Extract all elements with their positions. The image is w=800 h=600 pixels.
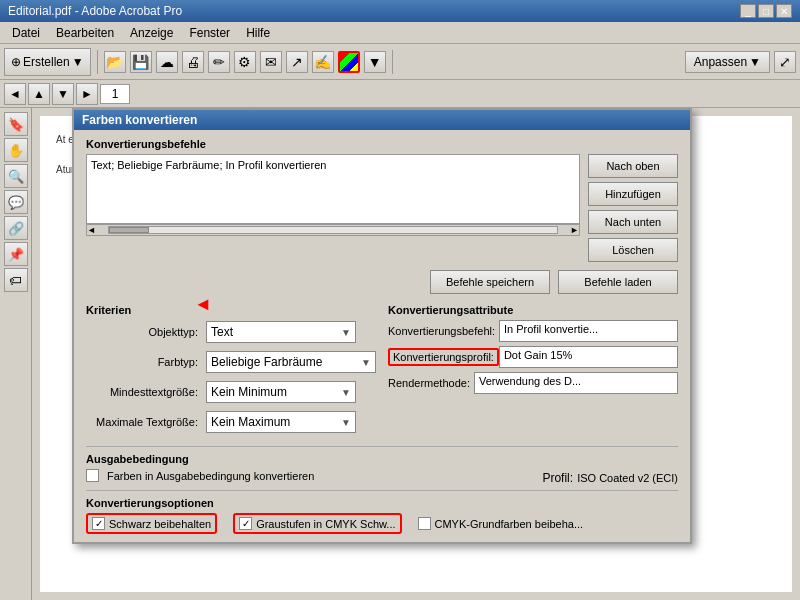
command-hscroll[interactable]: ◄ ► — [86, 224, 580, 236]
ausgabe-checkbox-row: Farben in Ausgabebedingung konvertieren — [86, 469, 314, 482]
nach-oben-button[interactable]: Nach oben — [588, 154, 678, 178]
save-load-row: Befehle speichern Befehle laden — [86, 270, 678, 294]
dialog-overlay: Farben konvertieren Konvertierungsbefehl… — [72, 108, 800, 600]
maximize-button[interactable]: □ — [758, 4, 774, 18]
anpassen-button[interactable]: Anpassen ▼ — [685, 51, 770, 73]
sidebar-hand-icon[interactable]: ✋ — [4, 138, 28, 162]
farbtyp-select[interactable]: Beliebige Farbräume ▼ — [206, 351, 376, 373]
sidebar-tag-icon[interactable]: 🏷 — [4, 268, 28, 292]
maximal-select[interactable]: Kein Maximum ▼ — [206, 411, 356, 433]
erstellen-arrow-icon: ▼ — [72, 55, 84, 69]
farbtyp-label: Farbtyp: — [86, 356, 206, 368]
toolbar: ⊕ Erstellen ▼ 📂 💾 ☁ 🖨 ✏ ⚙ ✉ ↗ ✍ ▼ Anpass… — [0, 44, 800, 80]
konvertierungsbefehle-label: Konvertierungsbefehle — [86, 138, 678, 150]
folder-open-icon[interactable]: 📂 — [104, 51, 126, 73]
konvertierungsprofil-row: Konvertierungsprofil: Dot Gain 15% — [388, 346, 678, 368]
settings-icon[interactable]: ⚙ — [234, 51, 256, 73]
sidebar-search-icon[interactable]: 🔍 — [4, 164, 28, 188]
scroll-left-btn[interactable]: ◄ — [87, 225, 96, 235]
menu-fenster[interactable]: Fenster — [181, 24, 238, 42]
kriterien-label: Kriterien — [86, 304, 376, 316]
konvertierungsbefehl-value: In Profil konvertie... — [499, 320, 678, 342]
command-list[interactable]: Text; Beliebige Farbräume; In Profil kon… — [86, 154, 580, 224]
share-icon[interactable]: ✉ — [260, 51, 282, 73]
schwarz-label: Schwarz beibehalten — [109, 518, 211, 530]
erstellen-button[interactable]: ⊕ Erstellen ▼ — [4, 48, 91, 76]
konvertierungsbefehl-label: Konvertierungsbefehl: — [388, 325, 499, 337]
print-icon[interactable]: 🖨 — [182, 51, 204, 73]
konvertierungsprofil-value: Dot Gain 15% — [499, 346, 678, 368]
command-list-text: Text; Beliebige Farbräume; In Profil kon… — [91, 159, 575, 171]
konvertierungsoptionen-section: Konvertierungsoptionen ✓ Schwarz beibeha… — [86, 490, 678, 534]
graustufen-option: ✓ Graustufen in CMYK Schw... — [233, 513, 401, 534]
attribute-label: Konvertierungsattribute — [388, 304, 678, 316]
ausgabebedingung-label: Ausgabebedingung — [86, 453, 678, 465]
ausgabebedingung-section: Ausgabebedingung Farben in Ausgabebeding… — [86, 446, 678, 486]
maximal-label: Maximale Textgröße: — [86, 416, 206, 428]
tools-icon[interactable]: ✏ — [208, 51, 230, 73]
farben-konvertieren-dialog: Farben konvertieren Konvertierungsbefehl… — [72, 108, 692, 544]
anpassen-arrow-icon: ▼ — [749, 55, 761, 69]
main-area: 🔖 ✋ 🔍 💬 🔗 📌 🏷 At et lacc ped utatqu sequ… — [0, 108, 800, 600]
titlebar: Editorial.pdf - Adobe Acrobat Pro _ □ ✕ — [0, 0, 800, 22]
mindest-label: Mindesttextgröße: — [86, 386, 206, 398]
dialog-title: Farben konvertieren — [82, 113, 197, 127]
sign-icon[interactable]: ✍ — [312, 51, 334, 73]
objekttyp-arrow-icon: ▼ — [341, 327, 351, 338]
nav-prev-button[interactable]: ▲ — [28, 83, 50, 105]
nav-back-button[interactable]: ◄ — [4, 83, 26, 105]
loeschen-button[interactable]: Löschen — [588, 238, 678, 262]
export-icon[interactable]: ↗ — [286, 51, 308, 73]
mindest-select[interactable]: Kein Minimum ▼ — [206, 381, 356, 403]
erstellen-icon: ⊕ — [11, 55, 21, 69]
objekttyp-label: Objekttyp: — [86, 326, 206, 338]
expand-icon[interactable]: ⤢ — [774, 51, 796, 73]
objekttyp-select[interactable]: Text ▼ — [206, 321, 356, 343]
profil-value: ISO Coated v2 (ECI) — [577, 472, 678, 484]
cmyk-label: CMYK-Grundfarben beibeha... — [435, 518, 584, 530]
mindest-arrow-icon: ▼ — [341, 387, 351, 398]
sidebar-comment-icon[interactable]: 💬 — [4, 190, 28, 214]
cmyk-option: CMYK-Grundfarben beibeha... — [418, 517, 584, 530]
save-icon[interactable]: 💾 — [130, 51, 152, 73]
attribute-section: Konvertierungsattribute Konvertierungsbe… — [388, 304, 678, 440]
close-button[interactable]: ✕ — [776, 4, 792, 18]
befehle-laden-button[interactable]: Befehle laden — [558, 270, 678, 294]
nach-unten-button[interactable]: Nach unten — [588, 210, 678, 234]
options-row: ✓ Schwarz beibehalten ✓ Graustufen in CM… — [86, 513, 678, 534]
menu-datei[interactable]: Datei — [4, 24, 48, 42]
menu-anzeige[interactable]: Anzeige — [122, 24, 181, 42]
command-area: Text; Beliebige Farbräume; In Profil kon… — [86, 154, 678, 262]
arrow-indicator: ◄ — [194, 294, 212, 315]
sidebar-bookmark-icon[interactable]: 🔖 — [4, 112, 28, 136]
nav-forward-button[interactable]: ► — [76, 83, 98, 105]
sidebar-pin-icon[interactable]: 📌 — [4, 242, 28, 266]
dialog-titlebar: Farben konvertieren — [74, 110, 690, 130]
sidebar-link-icon[interactable]: 🔗 — [4, 216, 28, 240]
page-number-input[interactable] — [100, 84, 130, 104]
toolbar-separator-1 — [97, 50, 98, 74]
nav-next-button[interactable]: ▼ — [52, 83, 74, 105]
cmyk-checkbox[interactable] — [418, 517, 431, 530]
dropdown-arrow-icon[interactable]: ▼ — [364, 51, 386, 73]
sidebar: 🔖 ✋ 🔍 💬 🔗 📌 🏷 — [0, 108, 32, 600]
titlebar-controls: _ □ ✕ — [740, 4, 792, 18]
graustufen-checkbox[interactable]: ✓ — [239, 517, 252, 530]
color-icon[interactable] — [338, 51, 360, 73]
upload-icon[interactable]: ☁ — [156, 51, 178, 73]
schwarz-checkbox[interactable]: ✓ — [92, 517, 105, 530]
menu-hilfe[interactable]: Hilfe — [238, 24, 278, 42]
scroll-track — [108, 226, 558, 234]
menubar: Datei Bearbeiten Anzeige Fenster Hilfe — [0, 22, 800, 44]
profil-label: Profil: — [542, 471, 573, 485]
content-area: At et lacc ped utatqu sequae pla sandic … — [32, 108, 800, 600]
minimize-button[interactable]: _ — [740, 4, 756, 18]
hinzufuegen-button[interactable]: Hinzufügen — [588, 182, 678, 206]
ausgabe-checkbox[interactable] — [86, 469, 99, 482]
objekttyp-row: Objekttyp: Text ▼ — [86, 320, 376, 344]
command-buttons: Nach oben Hinzufügen Nach unten Löschen — [588, 154, 678, 262]
maximal-row: Maximale Textgröße: Kein Maximum ▼ — [86, 410, 376, 434]
scroll-right-btn[interactable]: ► — [570, 225, 579, 235]
befehle-speichern-button[interactable]: Befehle speichern — [430, 270, 550, 294]
menu-bearbeiten[interactable]: Bearbeiten — [48, 24, 122, 42]
